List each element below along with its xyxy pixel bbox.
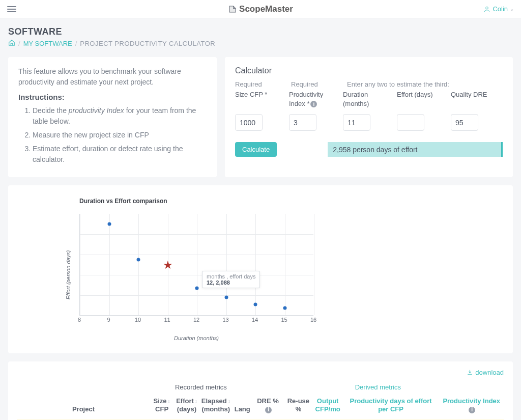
intro-card: This feature allows you to benchmark you… <box>8 57 217 177</box>
brand-logo[interactable]: ScopeMaster <box>228 4 293 14</box>
svg-point-0 <box>486 7 488 9</box>
col-project[interactable]: Project <box>17 394 150 419</box>
chevron-down-icon: ⌄ <box>510 6 514 12</box>
chart-point[interactable] <box>224 296 228 299</box>
intro-lead: This feature allows you to benchmark you… <box>18 66 207 88</box>
download-icon <box>467 369 473 376</box>
chart-card: Duration vs Effort comparison Effort (pe… <box>8 185 513 353</box>
info-icon[interactable]: i <box>469 407 475 413</box>
label-duration: Duration (months) <box>343 90 389 108</box>
instruction-step-1: Decide the productivity Index for your t… <box>33 105 207 127</box>
col-effort[interactable]: Effort↕(days) <box>174 394 199 419</box>
col-dre[interactable]: DRE % i <box>252 394 284 419</box>
user-name: Colin <box>493 5 508 13</box>
metrics-table-card: download Recorded metrics Derived metric… <box>8 361 513 420</box>
chart-point[interactable] <box>107 222 111 226</box>
chart-tooltip: months , effort days12, 2,088 <box>202 271 260 288</box>
col-reuse[interactable]: Re-use % <box>283 394 313 419</box>
brand-text-bold: Scope <box>239 4 265 14</box>
size-input[interactable] <box>235 114 263 131</box>
calculate-button[interactable]: Calculate <box>235 142 277 157</box>
chart-point[interactable] <box>283 306 286 310</box>
col-size[interactable]: Size↕CFP <box>150 394 174 419</box>
chart-point[interactable] <box>254 302 257 306</box>
brand-icon <box>228 5 237 14</box>
chart-ylabel: Effort (person days) <box>65 250 71 300</box>
col-lang[interactable]: Lang <box>233 394 252 419</box>
col-output[interactable]: OutputCFP/mo <box>313 394 342 419</box>
breadcrumb-link-my-software[interactable]: MY SOFTWARE <box>23 40 72 47</box>
breadcrumb-current: PROJECT PRODUCTIVITY CALCULATOR <box>80 40 215 47</box>
info-icon[interactable]: i <box>310 101 317 107</box>
user-icon <box>483 6 490 13</box>
instruction-step-3: Estimate effort, duration or defect rate… <box>33 144 207 165</box>
instruction-step-2: Measure the new project size in CFP <box>33 130 207 141</box>
effort-input[interactable] <box>397 114 424 131</box>
calc-group-any-two: Enter any two to estimate the third: <box>347 80 503 88</box>
group-recorded: Recorded metrics <box>150 380 252 394</box>
chart-point[interactable] <box>137 258 140 262</box>
calculator-card: Calculator Required Required Enter any t… <box>225 57 513 177</box>
chart-star-point[interactable]: ★ <box>163 259 173 272</box>
instructions-heading: Instructions: <box>18 93 207 101</box>
chart-title: Duration vs Effort comparison <box>79 198 493 205</box>
brand-text-light: Master <box>265 4 293 14</box>
col-prod-index[interactable]: Productivity Index i <box>439 394 504 419</box>
chart-xlabel: Duration (months) <box>79 335 313 341</box>
info-icon[interactable]: i <box>265 407 272 413</box>
prod-index-input[interactable] <box>289 114 316 131</box>
menu-icon[interactable] <box>7 6 16 12</box>
duration-input[interactable] <box>343 114 370 131</box>
breadcrumb-sep: / <box>18 40 20 47</box>
quality-input[interactable] <box>451 114 478 131</box>
home-icon[interactable] <box>8 39 15 48</box>
calc-group-required-1: Required <box>235 80 281 88</box>
group-derived: Derived metrics <box>252 380 504 394</box>
download-link[interactable]: download <box>467 369 504 376</box>
page-title: SOFTWARE <box>8 26 513 37</box>
user-menu[interactable]: Colin ⌄ <box>483 5 514 13</box>
calculator-result: 2,958 person days of effort <box>328 142 503 157</box>
label-prod-index: Productivity Index *i <box>289 90 335 108</box>
col-prod-days[interactable]: Productivity days of effort per CFP <box>342 394 440 419</box>
label-size: Size CFP * <box>235 90 281 108</box>
breadcrumb-sep: / <box>75 40 77 47</box>
label-effort: Effort (days) <box>397 90 443 108</box>
chart[interactable]: Effort (person days) ★months , effort da… <box>28 209 313 341</box>
calc-group-required-2: Required <box>291 80 337 88</box>
breadcrumb: / MY SOFTWARE / PROJECT PRODUCTIVITY CAL… <box>8 39 513 48</box>
col-elapsed[interactable]: Elapsed↕(months) <box>199 394 233 419</box>
chart-point[interactable] <box>195 286 199 290</box>
label-quality: Quality DRE <box>451 90 497 108</box>
topbar: ScopeMaster Colin ⌄ <box>0 0 521 18</box>
metrics-table: Recorded metrics Derived metrics Project… <box>17 380 504 420</box>
calculator-heading: Calculator <box>235 66 503 75</box>
